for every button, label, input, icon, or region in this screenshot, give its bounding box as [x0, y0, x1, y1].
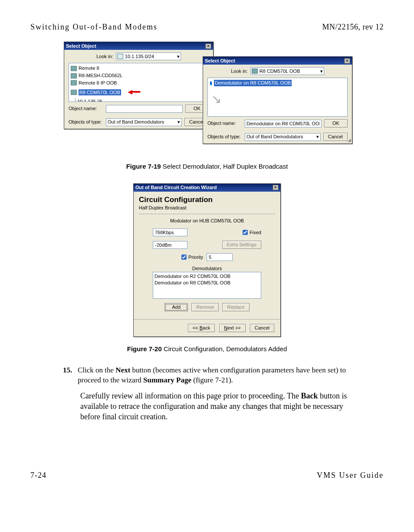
priority-label: Priority [188, 254, 203, 261]
device-icon [71, 80, 77, 85]
back-button[interactable]: << Back [188, 324, 215, 332]
header-left: Switching Out-of-Band Modems [30, 22, 158, 32]
dialog2-title: Select Object [205, 58, 235, 64]
list-item[interactable]: R8-MESH-CDD562L [71, 72, 207, 79]
objects-type-label: Objects of type: [69, 119, 103, 125]
callout-arrow-icon: ◄━━ [126, 87, 138, 97]
paragraph: Carefully review all information on this… [80, 391, 362, 422]
objects-type-value: Out of Band Demodulators [108, 119, 177, 125]
list-item[interactable]: 10.1.135.25 [75, 98, 207, 102]
dialog1-title: Select Object [66, 43, 96, 49]
caption-bold: Figure 7-20 [127, 345, 162, 352]
list-item-label: R8 CDM570L OOB [79, 89, 121, 96]
circuit-wizard-dialog: Out of Band Circuit Creation Wizard × Ci… [133, 183, 281, 337]
power-input[interactable] [153, 241, 187, 249]
modulator-label: Modulator on HUB CDM570L OOB [153, 218, 261, 224]
object-name-input[interactable] [106, 105, 183, 113]
object-name-label: Object name: [207, 120, 242, 127]
extra-settings-button: Extra Settings [222, 241, 261, 249]
objects-type-value: Out of Band Demodulators [246, 134, 316, 140]
fixed-label: Fixed [250, 229, 261, 236]
rate-input[interactable] [153, 228, 187, 236]
wizard-subheading: Half Duplex Broadcast [139, 205, 275, 211]
lookin-dropdown[interactable]: 10.1.135.0/24 ▾ [116, 52, 181, 60]
resize-grip-icon[interactable]: ◢ [348, 137, 351, 143]
figure-7-19-caption: Figure 7-19 Select Demodulator, Half Dup… [30, 162, 384, 171]
cancel-button[interactable]: Cancel [250, 324, 274, 332]
step-text: Click on the Next button (becomes active… [78, 366, 367, 385]
close-icon[interactable]: × [273, 185, 279, 190]
list-item[interactable]: Remote 8 IP OOB [71, 79, 207, 87]
file-list[interactable]: Remote 8 R8-MESH-CDD562L Remote 8 IP OOB… [69, 63, 209, 102]
wizard-titlebar: Out of Band Circuit Creation Wizard × [134, 184, 280, 192]
wizard-title: Out of Band Circuit Creation Wizard [135, 184, 217, 191]
network-icon [117, 54, 123, 59]
list-item[interactable]: Demodulator on R8 CDM570L OOB [154, 280, 260, 286]
device-icon [71, 73, 77, 78]
page-footer: 7-24 VMS User Guide [30, 470, 384, 480]
lookin-label: Look in: [96, 53, 113, 60]
device-icon [71, 66, 77, 71]
lookin-value: R8 CDM570L OOB [260, 68, 320, 75]
caption-text: Select Demodulator, Half Duplex Broadcas… [161, 163, 288, 170]
object-name-label: Object name: [69, 105, 103, 112]
objects-type-dropdown[interactable]: Out of Band Demodulators▾ [106, 118, 182, 126]
chevron-down-icon: ▾ [177, 53, 180, 60]
figure-7-20-caption: Figure 7-20 Circuit Configuration, Demod… [30, 345, 384, 353]
device-icon [71, 90, 77, 95]
select-object-dialog-1: Select Object × Look in: 10.1.135.0/24 ▾… [64, 42, 214, 129]
chevron-down-icon: ▾ [320, 68, 323, 75]
chevron-down-icon: ▾ [177, 119, 180, 125]
list-item[interactable]: Demodulator on R2 CDM570L OOB [154, 273, 260, 280]
close-icon[interactable]: × [344, 58, 350, 64]
list-item-label: Remote 8 IP OOB [79, 80, 117, 86]
ok-button[interactable]: OK [324, 119, 348, 127]
objects-type-dropdown[interactable]: Out of Band Demodulators▾ [245, 133, 321, 141]
fixed-checkbox-input[interactable] [243, 230, 248, 235]
wizard-heading: Circuit Configuration [139, 195, 275, 205]
device-icon [252, 69, 258, 74]
demodulators-list[interactable]: Demodulator on R2 CDM570L OOB Demodulato… [153, 272, 261, 299]
priority-checkbox-input[interactable] [181, 255, 187, 260]
objects-type-label: Objects of type: [207, 134, 242, 140]
chevron-down-icon: ▾ [316, 134, 319, 140]
object-name-input[interactable] [245, 120, 322, 127]
dialog1-titlebar: Select Object × [64, 42, 213, 50]
header-right: MN/22156, rev 12 [322, 22, 384, 32]
fixed-checkbox[interactable]: Fixed [243, 229, 261, 236]
replace-button: Replace [222, 303, 249, 311]
dialog2-titlebar: Select Object × [203, 57, 352, 65]
figure-7-20: Out of Band Circuit Creation Wizard × Ci… [133, 183, 281, 337]
list-item-label: R8-MESH-CDD562L [79, 72, 122, 79]
caption-text: Circuit Configuration, Demodulators Adde… [162, 345, 287, 352]
demodulators-header: Demodulators [153, 265, 261, 272]
add-button[interactable]: Add [164, 303, 188, 311]
step-15: 15. Click on the Next button (becomes ac… [63, 366, 367, 385]
priority-input[interactable] [207, 253, 233, 261]
remove-button: Remove [191, 303, 219, 311]
lookin-value: 10.1.135.0/24 [125, 53, 177, 60]
list-item-label: Demodulator on R8 CDM570L OOB [214, 80, 292, 86]
page-header: Switching Out-of-Band Modems MN/22156, r… [30, 22, 384, 32]
next-button[interactable]: Next >> [219, 324, 246, 332]
list-item[interactable]: ▮Demodulator on R8 CDM570L OOB [210, 79, 345, 87]
file-list[interactable]: ▮Demodulator on R8 CDM570L OOB ↘ [207, 78, 348, 117]
callout-arrow-icon: ↘ [211, 91, 221, 108]
figure-7-19: Select Object × Look in: 10.1.135.0/24 ▾… [64, 42, 350, 154]
list-item-label: 10.1.135.25 [77, 98, 102, 102]
priority-checkbox[interactable]: Priority [181, 254, 203, 261]
footer-right: VMS User Guide [317, 470, 384, 480]
lookin-label: Look in: [231, 68, 248, 75]
list-item[interactable]: Remote 8 [71, 65, 207, 72]
close-icon[interactable]: × [205, 43, 211, 49]
footer-left: 7-24 [30, 470, 46, 480]
list-item-label: Remote 8 [79, 65, 99, 72]
select-object-dialog-2: Select Object × Look in: R8 CDM570L OOB … [203, 56, 352, 144]
lookin-dropdown[interactable]: R8 CDM570L OOB ▾ [250, 67, 324, 75]
step-number: 15. [63, 366, 75, 385]
caption-bold: Figure 7-19 [126, 163, 161, 170]
cancel-button[interactable]: Cancel [323, 133, 348, 141]
list-item[interactable]: R8 CDM570L OOB◄━━ [71, 87, 207, 98]
